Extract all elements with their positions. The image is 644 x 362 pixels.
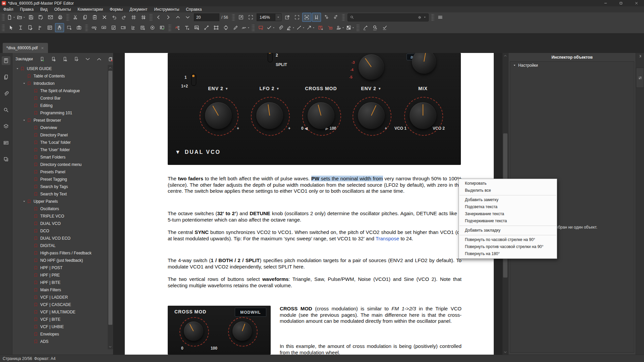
bookmarks-scrollbar-thumb[interactable] xyxy=(108,71,112,325)
scroll-down-icon[interactable] xyxy=(502,349,508,355)
bookmark-item[interactable]: Directory Panel xyxy=(12,131,108,139)
bookmark-item[interactable]: VCF | MULTIMODE xyxy=(12,308,108,316)
open-file-button[interactable] xyxy=(16,13,26,22)
menu-document[interactable]: Документ xyxy=(126,6,151,12)
sidebar-tab-signatures[interactable] xyxy=(2,155,10,164)
bookmark-item[interactable]: USER GUIDE xyxy=(12,65,108,72)
text-box-annotation-button[interactable] xyxy=(316,23,325,32)
bookmark-item[interactable]: DUAL VCO ECO xyxy=(12,235,108,242)
continuous-view-button[interactable] xyxy=(312,13,321,22)
previous-view-button[interactable] xyxy=(154,13,163,22)
bookmark-item[interactable]: Main Filters xyxy=(12,286,108,294)
scroll-up-icon[interactable] xyxy=(502,53,508,58)
edit-forms-tool-button[interactable] xyxy=(45,23,54,32)
panel-collapse-icon[interactable] xyxy=(638,54,642,58)
context-menu-item-underline-text[interactable]: Подчеркивание текста xyxy=(459,218,557,225)
attach-file-button[interactable] xyxy=(276,23,285,32)
actual-size-button[interactable] xyxy=(283,13,292,22)
snap-to-grid-button[interactable] xyxy=(139,13,148,22)
callout-annotation-button[interactable] xyxy=(326,23,335,32)
hand-tool-button[interactable] xyxy=(55,23,64,32)
add-text-button[interactable] xyxy=(182,23,192,32)
bookmark-item[interactable]: Overview xyxy=(12,124,108,131)
expander-triangle-icon[interactable] xyxy=(15,67,20,70)
close-button[interactable] xyxy=(629,0,644,6)
inspector-section-settings[interactable]: Настройки xyxy=(510,62,634,69)
page-number-input[interactable] xyxy=(194,15,219,20)
line-annotation-button[interactable] xyxy=(296,23,305,32)
show-grid-button[interactable] xyxy=(129,13,138,22)
bookmark-item[interactable]: Envelopes xyxy=(12,330,108,338)
bookmark-item[interactable]: DIGITAL xyxy=(12,242,108,249)
loupe-tool-button[interactable] xyxy=(371,23,380,32)
bookmark-item[interactable]: VCF | BITE xyxy=(12,316,108,323)
draw-freehand-button[interactable] xyxy=(231,23,240,32)
menu-tools[interactable]: Инструменты xyxy=(151,6,182,12)
arrange-pages-button[interactable] xyxy=(345,23,355,32)
expand-all-button[interactable] xyxy=(85,56,91,62)
bookmark-item[interactable]: Control Bar xyxy=(12,95,108,102)
menu-view[interactable]: Вид xyxy=(37,6,51,12)
inspector-rail-tab[interactable] xyxy=(636,68,644,88)
bookmark-item[interactable]: Presets Panel xyxy=(12,168,108,176)
context-menu-item-strikeout-text[interactable]: Зачеркивание текста xyxy=(459,210,557,218)
context-menu-item-select-all[interactable]: Выделить все xyxy=(459,187,557,194)
save-button[interactable] xyxy=(26,13,36,22)
fit-visible-button[interactable] xyxy=(302,13,311,22)
menu-help[interactable]: Справка xyxy=(182,6,205,12)
expander-triangle-icon[interactable] xyxy=(22,82,27,85)
sidebar-tab-search[interactable] xyxy=(2,106,10,114)
menu-comments[interactable]: Комментарии xyxy=(74,6,106,12)
rotate-view-cw-button[interactable] xyxy=(331,13,340,22)
context-menu-item-rotate-180[interactable]: Повернуть на 180° xyxy=(459,250,557,257)
transpose-link[interactable]: Transpose xyxy=(376,236,399,241)
delete-all-bookmarks-button[interactable] xyxy=(107,56,114,62)
document-view[interactable]: analog1 2 SPLIT 1 1+2 -3 -4 -5 + + + xyxy=(113,53,508,355)
sticky-note-button[interactable] xyxy=(256,23,265,32)
sidebar-tab-thumbnails[interactable] xyxy=(2,73,10,81)
menu-forms[interactable]: Формы xyxy=(106,6,126,12)
minimize-button[interactable] xyxy=(598,0,613,6)
zoom-out-tool-button[interactable] xyxy=(236,13,246,22)
zoom-dropdown-button[interactable] xyxy=(275,14,281,21)
pdf-page[interactable]: analog1 2 SPLIT 1 1+2 -3 -4 -5 + + + xyxy=(125,53,494,355)
bookmark-item[interactable]: Search by Text xyxy=(12,190,108,198)
print-button[interactable] xyxy=(56,13,65,22)
add-button-field-button[interactable] xyxy=(99,23,108,32)
search-input[interactable] xyxy=(356,15,416,20)
draw-rectangle-button[interactable] xyxy=(212,23,221,32)
next-view-button[interactable] xyxy=(164,13,173,22)
bookmark-item[interactable]: Preset Tagging xyxy=(12,176,108,183)
new-document-button[interactable] xyxy=(6,13,16,22)
draw-ellipse-button[interactable] xyxy=(221,23,230,32)
edit-bookmark-button[interactable] xyxy=(73,56,80,62)
bookmark-item[interactable]: DCO xyxy=(12,227,108,235)
bookmark-item[interactable]: Oscillators xyxy=(12,205,108,213)
context-menu-item-copy[interactable]: Копировать xyxy=(459,180,557,187)
draw-line-button[interactable] xyxy=(202,23,211,32)
add-link-button[interactable] xyxy=(90,23,99,32)
add-radiobutton-field-button[interactable] xyxy=(148,23,157,32)
edit-object-tool-button[interactable] xyxy=(26,23,35,32)
add-bookmark-button[interactable] xyxy=(39,56,46,62)
snapshot-tool-button[interactable] xyxy=(74,23,84,32)
sidebar-tab-attachments[interactable] xyxy=(2,89,10,98)
stamp-button[interactable] xyxy=(335,23,345,32)
bookmark-item[interactable]: The ‘Local’ folder xyxy=(12,139,108,146)
edit-text-tool-button[interactable] xyxy=(16,23,25,32)
bookmark-item[interactable]: DUAL VCO xyxy=(12,220,108,227)
scroll-down-icon[interactable] xyxy=(108,344,113,349)
spell-check-button[interactable] xyxy=(380,23,389,32)
copy-button[interactable] xyxy=(80,13,90,22)
add-listbox-field-button[interactable] xyxy=(128,23,138,32)
menu-file[interactable]: Файл xyxy=(0,6,17,12)
select-area-tool-button[interactable] xyxy=(65,23,74,32)
add-image-button[interactable] xyxy=(192,23,201,32)
check-annotation-button[interactable] xyxy=(266,23,275,32)
maximize-button[interactable] xyxy=(613,0,629,6)
bookmark-item[interactable]: Table of Contents xyxy=(12,72,108,80)
bookmark-item[interactable]: The ‘User’ folder xyxy=(12,146,108,154)
arrow-annotation-button[interactable] xyxy=(306,23,315,32)
highlight-text-button[interactable] xyxy=(286,23,295,32)
bookmark-item[interactable]: VCF | CASCADE xyxy=(12,301,108,308)
